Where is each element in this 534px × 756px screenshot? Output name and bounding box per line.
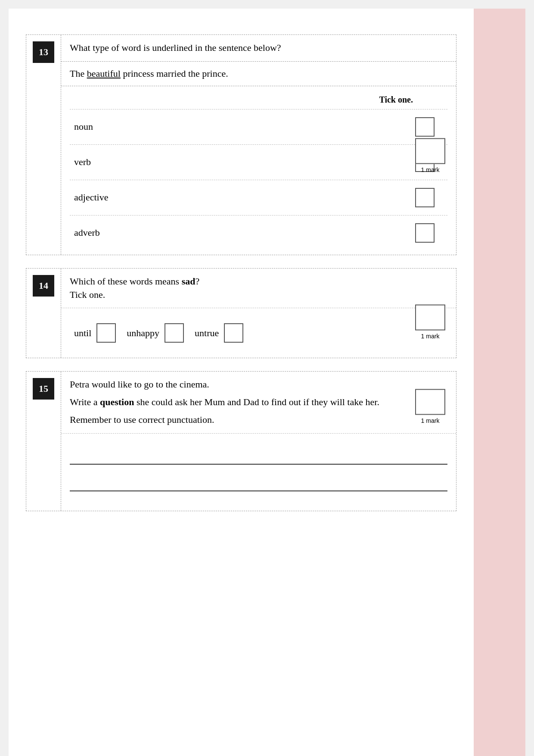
q15-prompt-l2-suffix: she could ask her Mum and Dad to find ou… bbox=[134, 397, 379, 407]
q15-write-line-2 bbox=[70, 490, 447, 491]
q14-badge: 14 bbox=[33, 275, 54, 297]
q15-prompt-line1: Petra would like to go to the cinema. bbox=[70, 378, 447, 391]
q14-prompt-line2: Tick one. bbox=[70, 289, 105, 300]
q13-mark-box bbox=[415, 138, 445, 164]
q13-sentence-prefix: The bbox=[70, 68, 87, 79]
q15-prompt-line2: Write a question she could ask her Mum a… bbox=[70, 396, 447, 409]
q14-inline-options: until unhappy untrue bbox=[70, 317, 447, 349]
q13-prompt: What type of word is underlined in the s… bbox=[61, 35, 456, 62]
q13-content: What type of word is underlined in the s… bbox=[61, 35, 456, 255]
q15-number-col: 15 bbox=[26, 372, 61, 510]
question-15-block: 15 Petra would like to go to the cinema.… bbox=[26, 371, 456, 511]
q14-until-label: until bbox=[74, 328, 91, 339]
q13-adverb-tickbox[interactable] bbox=[415, 223, 435, 243]
q13-prompt-text: What type of word is underlined in the s… bbox=[70, 42, 281, 53]
q13-adjective-label: adjective bbox=[74, 192, 108, 203]
q13-tick-instruction: Tick bbox=[379, 95, 398, 104]
q15-mark-label: 1 mark bbox=[421, 417, 440, 424]
q14-prompt-p1: Which of these words means bbox=[70, 276, 182, 287]
question-14-block: 14 Which of these words means sad? Tick … bbox=[26, 268, 456, 359]
q14-unhappy-tickbox[interactable] bbox=[165, 323, 184, 343]
q13-sentence: The beautiful princess married the princ… bbox=[61, 62, 456, 86]
q15-mark-container: 1 mark bbox=[404, 389, 456, 424]
q13-tick-header: Tick one. bbox=[70, 91, 422, 109]
q15-badge: 15 bbox=[33, 378, 54, 400]
q13-option-adjective: adjective bbox=[70, 180, 447, 215]
q13-option-verb: verb bbox=[70, 144, 447, 180]
q15-prompt-line3: Remember to use correct punctuation. bbox=[70, 413, 447, 427]
q13-noun-label: noun bbox=[74, 121, 93, 132]
q13-tick-bold: one. bbox=[398, 95, 413, 104]
q14-mark-container: 1 mark bbox=[404, 305, 456, 340]
content-area: 13 What type of word is underlined in th… bbox=[9, 26, 474, 533]
q14-until-tickbox[interactable] bbox=[96, 323, 116, 343]
q13-mark-container: 1 mark bbox=[404, 138, 456, 173]
q14-number-col: 14 bbox=[26, 269, 61, 358]
q14-prompt-bold: sad bbox=[182, 276, 196, 287]
q14-mark-box bbox=[415, 305, 445, 331]
q13-mark-label: 1 mark bbox=[421, 166, 440, 173]
q14-until-option: until bbox=[74, 323, 120, 343]
q15-content: Petra would like to go to the cinema. Wr… bbox=[61, 372, 456, 510]
right-sidebar bbox=[474, 9, 525, 756]
q15-prompt-l2-prefix: Write a bbox=[70, 397, 100, 407]
q15-prompt-l2-bold: question bbox=[100, 397, 134, 407]
q14-untrue-tickbox[interactable] bbox=[224, 323, 243, 343]
question-13-block: 13 What type of word is underlined in th… bbox=[26, 34, 456, 255]
q13-number-col: 13 bbox=[26, 35, 61, 255]
q15-write-line-1 bbox=[70, 464, 447, 465]
q14-untrue-option: untrue bbox=[195, 323, 248, 343]
q13-option-adverb: adverb bbox=[70, 215, 447, 250]
q13-adjective-tickbox[interactable] bbox=[415, 188, 435, 207]
q14-unhappy-label: unhappy bbox=[127, 328, 159, 339]
q13-sentence-underlined: beautiful bbox=[87, 68, 121, 79]
q15-mark-box bbox=[415, 389, 445, 415]
q14-mark-label: 1 mark bbox=[421, 333, 440, 340]
q14-content: Which of these words means sad? Tick one… bbox=[61, 269, 456, 358]
q13-sentence-suffix: princess married the prince. bbox=[121, 68, 228, 79]
q13-noun-tickbox[interactable] bbox=[415, 117, 435, 137]
q14-unhappy-option: unhappy bbox=[127, 323, 188, 343]
q14-answer-area: until unhappy untrue bbox=[61, 308, 456, 358]
exam-page: 13 What type of word is underlined in th… bbox=[9, 9, 525, 756]
q13-option-noun: noun bbox=[70, 109, 447, 144]
q13-badge: 13 bbox=[33, 41, 54, 63]
q13-tick-area: Tick one. noun verb adjective bbox=[61, 86, 456, 255]
q15-prompt: Petra would like to go to the cinema. Wr… bbox=[61, 372, 456, 433]
q15-answer-area[interactable] bbox=[61, 433, 456, 511]
q13-verb-label: verb bbox=[74, 156, 91, 168]
q14-untrue-label: untrue bbox=[195, 328, 219, 339]
q14-prompt-p2: ? bbox=[195, 276, 199, 287]
q14-prompt: Which of these words means sad? Tick one… bbox=[61, 269, 456, 304]
q13-adverb-label: adverb bbox=[74, 227, 100, 238]
